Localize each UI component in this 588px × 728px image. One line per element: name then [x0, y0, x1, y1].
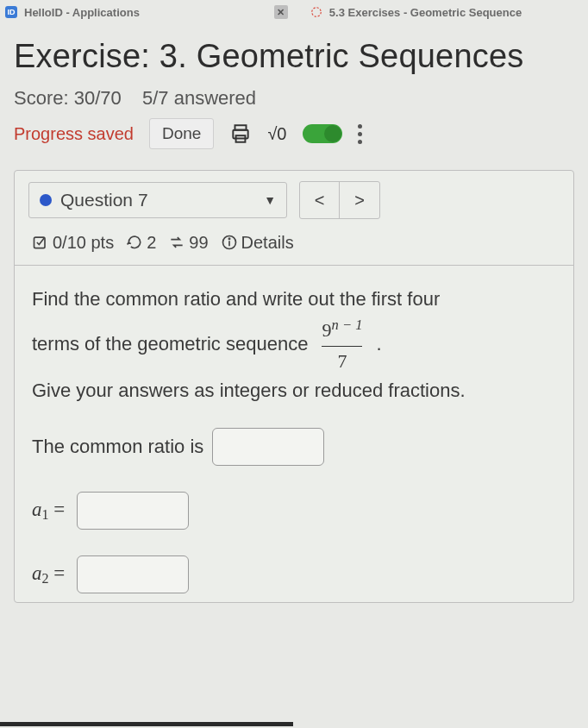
page-title: Exercise: 3. Geometric Sequences — [14, 38, 574, 75]
prompt-line-1: Find the common ratio and write out the … — [32, 285, 556, 314]
tab-exercises-label[interactable]: 5.3 Exercises - Geometric Sequence — [329, 6, 522, 19]
prompt-line-2: terms of the geometric sequence 9n − 1 7… — [32, 314, 556, 376]
info-icon — [221, 233, 238, 253]
question-body: Find the common ratio and write out the … — [15, 266, 573, 602]
term-row-a1: a1 = — [32, 492, 556, 530]
svg-point-7 — [228, 238, 229, 239]
exercises-favicon — [310, 6, 322, 18]
progress-row: Progress saved Done √0 — [14, 118, 574, 149]
browser-tab-bar: ID HelloID - Applications ✕ 5.3 Exercise… — [0, 0, 588, 24]
score-line: Score: 30/70 5/7 answered — [14, 87, 574, 110]
helloid-favicon: ID — [5, 6, 17, 18]
math-input-toggle[interactable] — [303, 124, 342, 143]
retry-icon — [126, 233, 143, 253]
question-meta: 0/10 pts 2 99 Details — [15, 229, 573, 266]
math-sqrt-icon: √0 — [267, 124, 286, 144]
svg-point-0 — [312, 8, 322, 17]
close-tab-icon[interactable]: ✕ — [274, 5, 288, 19]
tab-helloid-label[interactable]: HelloID - Applications — [24, 6, 140, 19]
points-label: 0/10 pts — [53, 233, 114, 253]
answered-value: 5/7 answered — [142, 87, 256, 109]
question-selector-label: Question 7 — [60, 190, 148, 210]
score-value: Score: 30/70 — [14, 87, 122, 109]
question-selector[interactable]: Question 7 ▼ — [28, 182, 287, 218]
checkbox-icon — [32, 233, 49, 253]
done-button[interactable]: Done — [149, 118, 214, 149]
chevron-down-icon: ▼ — [264, 193, 276, 207]
bottom-rule — [0, 722, 293, 726]
term-row-a2: a2 = — [32, 555, 556, 593]
prev-question-button[interactable]: < — [300, 182, 340, 218]
common-ratio-input[interactable] — [212, 428, 324, 466]
question-card: Question 7 ▼ < > 0/10 pts 2 — [14, 170, 574, 603]
attempts-value: 99 — [189, 233, 208, 253]
question-nav: < > — [299, 181, 380, 219]
next-question-button[interactable]: > — [340, 182, 379, 218]
attempts-icon — [168, 233, 185, 253]
a2-input[interactable] — [77, 555, 189, 593]
print-icon[interactable] — [229, 122, 252, 145]
details-label: Details — [241, 233, 294, 253]
progress-saved-label: Progress saved — [14, 124, 134, 144]
prompt-line-3: Give your answers as integers or reduced… — [32, 376, 556, 405]
common-ratio-row: The common ratio is — [32, 428, 556, 466]
details-button[interactable]: Details — [221, 233, 294, 253]
more-options-icon[interactable] — [358, 124, 362, 144]
retries-value: 2 — [147, 233, 156, 253]
question-status-dot — [40, 194, 52, 206]
common-ratio-label: The common ratio is — [32, 432, 203, 461]
a1-input[interactable] — [77, 492, 189, 530]
sequence-fraction: 9n − 1 7 — [317, 314, 368, 376]
